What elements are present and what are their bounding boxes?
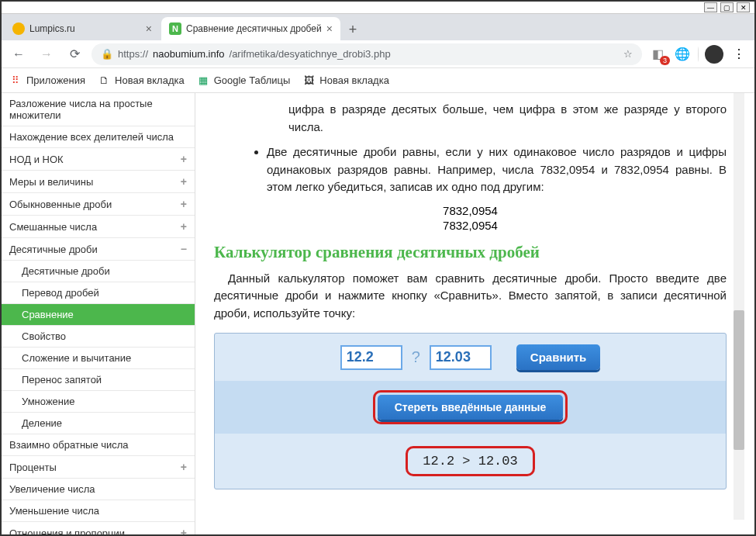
extension-badge: 3 [660, 56, 670, 65]
bookmark-label: Новая вкладка [319, 74, 389, 86]
sidebar-subitem[interactable]: Десятичные дроби [2, 261, 195, 282]
sidebar-label: Смешанные числа [9, 221, 97, 233]
compare-button[interactable]: Сравнить [516, 344, 600, 370]
bookmark-label: Google Таблицы [214, 74, 291, 86]
image-icon: 🖼 [302, 74, 315, 87]
sidebar-subitem[interactable]: Деление [2, 413, 195, 434]
close-button[interactable]: ✕ [737, 2, 750, 12]
sidebar-item[interactable]: Обыкновенные дроби+ [2, 193, 195, 216]
sidebar-label: Десятичные дроби [9, 244, 98, 255]
url-input[interactable]: 🔒 https://naobumium.info/arifmetika/desy… [91, 43, 642, 65]
url-scheme: https:// [118, 48, 148, 60]
sheets-icon: ▦ [197, 74, 209, 87]
sidebar-label: Разложение числа на простые множители [9, 98, 187, 121]
page-icon: 🗋 [98, 74, 110, 87]
calculator: ? Сравнить Стереть введённые данные 12.2… [214, 333, 727, 489]
bookmark-item[interactable]: 🗋 Новая вкладка [98, 74, 185, 87]
lock-icon: 🔒 [101, 48, 113, 60]
star-icon[interactable]: ☆ [623, 48, 633, 60]
sidebar-item[interactable]: Разложение числа на простые множители [2, 93, 195, 126]
tab-bar: Lumpics.ru × N Сравнение десятичных дроб… [2, 14, 754, 40]
sidebar-label: НОД и НОК [9, 154, 64, 165]
paragraph: Данный калькулятор поможет вам сравнить … [214, 270, 727, 323]
sidebar-item[interactable]: НОД и НОК+ [2, 148, 195, 171]
minimize-button[interactable]: — [704, 2, 717, 12]
window-controls: — ▢ ✕ [2, 2, 754, 14]
sidebar-item[interactable]: Меры и величины+ [2, 171, 195, 193]
maximize-button[interactable]: ▢ [720, 2, 734, 12]
apps-button[interactable]: ⠿ Приложения [9, 74, 85, 87]
close-icon[interactable]: × [146, 22, 152, 35]
sidebar-subitem[interactable]: Сложение и вычитание [2, 348, 195, 369]
favicon-icon: N [169, 22, 181, 35]
favicon-icon [12, 22, 25, 35]
menu-icon[interactable]: ⋮ [730, 45, 748, 64]
main-content: цифра в разряде десятых больше, чем цифр… [195, 93, 754, 534]
sidebar-item[interactable]: Нахождение всех делителей числа [2, 126, 195, 148]
sidebar-item[interactable]: Десятичные дроби− [2, 238, 195, 261]
number-b-input[interactable] [430, 345, 492, 370]
forward-button[interactable]: → [36, 43, 57, 65]
erase-button[interactable]: Стереть введённые данные [378, 395, 564, 420]
sidebar-subitem[interactable]: Перевод дробей [2, 282, 195, 304]
result-text: 12.2 > 12.03 [410, 451, 530, 472]
back-button[interactable]: ← [8, 43, 29, 65]
close-icon[interactable]: × [326, 22, 333, 35]
tab-lumpics[interactable]: Lumpics.ru × [5, 17, 160, 40]
tab-title: Lumpics.ru [29, 23, 75, 34]
question-mark: ? [412, 348, 420, 366]
sidebar-subitem[interactable]: Сравнение [2, 304, 195, 326]
sidebar-label: Меры и величины [9, 176, 93, 188]
highlight-annotation: 12.2 > 12.03 [406, 446, 534, 476]
sidebar-item[interactable]: Смешанные числа+ [2, 216, 195, 238]
sidebar-label: Взаимно обратные числа [9, 439, 129, 451]
minus-icon[interactable]: − [181, 243, 187, 255]
tab-title: Сравнение десятичных дробей [186, 23, 322, 34]
bullet-item: Две десятичные дроби равны, если у них о… [267, 144, 727, 196]
url-path: /arifmetika/desyatichnye_drobi3.php [230, 48, 391, 60]
number-a-input[interactable] [340, 345, 402, 370]
sidebar-label: Уменьшение числа [9, 505, 99, 517]
tab-naobumium[interactable]: N Сравнение десятичных дробей × [161, 17, 340, 40]
sidebar-item[interactable]: Увеличение числа [2, 479, 195, 500]
sidebar-label: Отношения и пропорции [9, 527, 125, 535]
new-tab-button[interactable]: + [342, 19, 364, 40]
sidebar-label: Проценты [9, 462, 57, 473]
globe-icon[interactable]: 🌐 [673, 45, 692, 64]
highlight-annotation: Стереть введённые данные [373, 390, 568, 424]
sidebar-item[interactable]: Взаимно обратные числа [2, 434, 195, 456]
sidebar: Разложение числа на простые множителиНах… [2, 93, 195, 534]
sidebar-label: Увеличение числа [9, 483, 95, 495]
separator [698, 47, 699, 62]
scroll-thumb[interactable] [734, 310, 744, 450]
scrollbar[interactable] [734, 93, 744, 520]
bookmark-label: Приложения [26, 74, 85, 86]
plus-icon[interactable]: + [181, 175, 187, 188]
bookmark-label: Новая вкладка [115, 74, 185, 86]
example-number: 7832,0954 [214, 219, 727, 232]
url-host: naobumium.info [153, 48, 225, 60]
bookmark-item[interactable]: ▦ Google Таблицы [197, 74, 291, 87]
apps-icon: ⠿ [9, 74, 22, 87]
sidebar-subitem[interactable]: Свойство [2, 326, 195, 348]
bookmark-item[interactable]: 🖼 Новая вкладка [302, 74, 389, 87]
sidebar-item[interactable]: Проценты+ [2, 456, 195, 479]
example-number: 7832,0954 [214, 204, 727, 217]
section-heading: Калькулятор сравнения десятичных дробей [214, 243, 727, 262]
plus-icon[interactable]: + [181, 153, 187, 165]
sidebar-item[interactable]: Отношения и пропорции+ [2, 522, 195, 534]
avatar-icon[interactable] [705, 45, 723, 64]
sidebar-item[interactable]: Уменьшение числа [2, 500, 195, 522]
sidebar-label: Обыкновенные дроби [9, 199, 112, 210]
bookmarks-bar: ⠿ Приложения 🗋 Новая вкладка ▦ Google Та… [2, 68, 754, 93]
plus-icon[interactable]: + [181, 198, 187, 210]
reload-button[interactable]: ⟳ [64, 43, 85, 65]
sidebar-subitem[interactable]: Перенос запятой [2, 369, 195, 391]
paragraph: цифра в разряде десятых больше, чем цифр… [288, 101, 727, 136]
plus-icon[interactable]: + [181, 461, 187, 473]
plus-icon[interactable]: + [181, 220, 187, 233]
address-bar: ← → ⟳ 🔒 https://naobumium.info/arifmetik… [2, 40, 754, 68]
extension-icon[interactable]: ◧ 3 [648, 45, 667, 64]
sidebar-subitem[interactable]: Умножение [2, 391, 195, 413]
plus-icon[interactable]: + [181, 527, 187, 534]
